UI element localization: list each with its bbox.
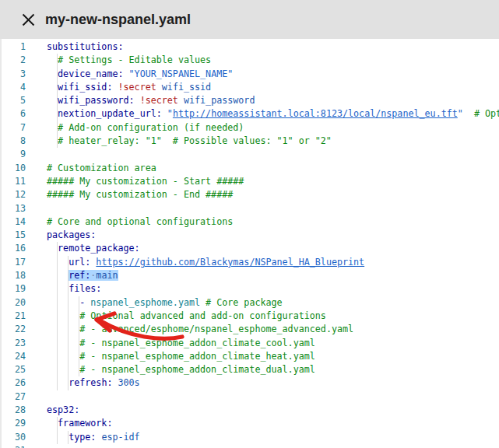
indent-guide — [57, 417, 58, 430]
line-number: 9 — [2, 148, 26, 161]
indent-guide — [79, 337, 79, 350]
line-number: 29 — [2, 417, 26, 430]
code-line: 31 — [2, 444, 499, 448]
indent-guide — [57, 376, 58, 390]
line-number: 25 — [2, 363, 26, 376]
token-whitespace — [463, 108, 474, 119]
code-line: 21 # Optional advanced and add-on config… — [2, 310, 499, 323]
line-number: 30 — [2, 431, 26, 444]
indent-guide — [57, 81, 58, 94]
indent-guide — [79, 296, 79, 310]
code-line-content: wifi_ssid: !secret wifi_ssid — [26, 81, 211, 94]
indent-guide — [68, 256, 69, 269]
indent-guide — [79, 310, 79, 323]
indent-guide — [79, 350, 79, 363]
line-number: 10 — [2, 162, 26, 175]
token-whitespace — [162, 108, 167, 119]
indent-guide — [68, 350, 69, 363]
code-line: 28esp32: — [2, 404, 499, 417]
code-line: 4 wifi_ssid: !secret wifi_ssid — [2, 81, 499, 94]
token-comment: # - nspanel_esphome_addon_climate_dual.y… — [79, 364, 315, 375]
token-filename: nspanel_esphome.yaml — [90, 297, 200, 308]
close-button[interactable] — [16, 8, 40, 31]
url-link[interactable]: https://github.com/Blackymas/NSPanel_HA_… — [96, 257, 364, 268]
code-line: 10# Customization area — [2, 162, 499, 175]
token-comment: # Add-on configuration (if needed) — [58, 122, 244, 133]
code-line-content: ##### My customization - Start ##### — [26, 175, 244, 188]
token-whitespace — [156, 82, 162, 93]
line-number: 22 — [2, 323, 26, 336]
code-line: 18 ref:·main — [2, 269, 499, 282]
indent-guide — [68, 323, 69, 336]
indent-guide — [57, 269, 58, 282]
editor-header: my-new-nspanel.yaml — [0, 0, 499, 39]
token-key: device_name: — [58, 68, 123, 79]
code-line: 27 — [2, 390, 499, 404]
token-comment: # Customization area — [47, 163, 156, 173]
line-number: 28 — [2, 404, 26, 417]
line-number: 15 — [2, 229, 26, 242]
token-value: wifi_password — [184, 95, 255, 106]
line-number: 26 — [2, 376, 26, 390]
selected-text: main — [96, 270, 118, 281]
line-number: 8 — [2, 135, 26, 148]
token-key: files: — [69, 283, 101, 294]
code-line: 7 # Add-on configuration (if needed) — [2, 121, 499, 135]
token-key: refresh: — [69, 377, 112, 388]
code-editor[interactable]: 1substitutions:2 # Settings - Editable v… — [0, 39, 499, 448]
code-line-content: substitutions: — [26, 40, 124, 54]
line-number: 20 — [2, 296, 26, 310]
code-line-content — [26, 390, 47, 404]
code-line-content — [26, 202, 47, 215]
line-number: 14 — [2, 215, 26, 229]
code-lines: 1substitutions:2 # Settings - Editable v… — [2, 40, 499, 448]
line-number: 16 — [2, 242, 26, 255]
indent-guide — [68, 296, 69, 310]
token-list-dash: - — [79, 297, 90, 308]
code-line: 30 type: esp-idf — [2, 431, 499, 444]
code-line: 11##### My customization - Start ##### — [2, 175, 499, 188]
code-line: 19 files: — [2, 282, 499, 296]
token-comment: # - nspanel_esphome_addon_climate_cool.y… — [79, 338, 315, 348]
line-number: 4 — [2, 81, 26, 94]
token-secret-tag: !secret — [140, 95, 178, 106]
token-key: wifi_ssid: — [58, 82, 112, 93]
token-comment: # Optional advanced and add-on configura… — [79, 310, 326, 321]
code-line-content: # Core and optional configurations — [26, 215, 233, 229]
indent-guide — [57, 94, 58, 107]
indent-guide — [68, 337, 69, 350]
token-key: remote_package: — [58, 243, 140, 254]
indent-guide — [57, 282, 58, 296]
token-whitespace — [112, 82, 118, 93]
code-line-content: ##### My customization - End ##### — [26, 188, 233, 201]
code-line: 14# Core and optional configurations — [2, 215, 499, 229]
token-value: esp-idf — [101, 432, 139, 443]
url-link[interactable]: http://homeassistant.local:8123/local/ns… — [173, 108, 458, 119]
line-number: 21 — [2, 310, 26, 323]
indent-guide — [57, 256, 58, 269]
code-line: 13 — [2, 202, 499, 215]
token-key: framework: — [58, 418, 112, 429]
line-number: 31 — [2, 444, 26, 448]
line-number: 19 — [2, 282, 26, 296]
code-line-content: ref:·main — [26, 269, 118, 282]
token-string: "YOUR_NSPANEL_NAME" — [129, 68, 234, 79]
token-key: esp32: — [47, 404, 79, 415]
indent-guide — [68, 376, 69, 390]
line-number: 12 — [2, 188, 26, 201]
indent-guide — [57, 350, 58, 363]
selected-text: ref: — [69, 270, 90, 281]
code-line: 20 - nspanel_esphome.yaml # Core package — [2, 296, 499, 310]
token-key: nextion_update_url: — [58, 108, 162, 119]
token-key: url: — [69, 257, 90, 268]
token-key: substitutions: — [47, 41, 124, 52]
token-whitespace — [178, 95, 184, 106]
line-number: 27 — [2, 390, 26, 404]
indent-guide — [57, 107, 58, 121]
indent-guide — [68, 363, 69, 376]
indent-guide — [57, 431, 58, 444]
indent-guide — [57, 135, 58, 148]
code-line: 8 # heater_relay: "1" # Possible values:… — [2, 135, 499, 148]
indent-guide — [79, 323, 79, 336]
indent-guide — [57, 310, 58, 323]
